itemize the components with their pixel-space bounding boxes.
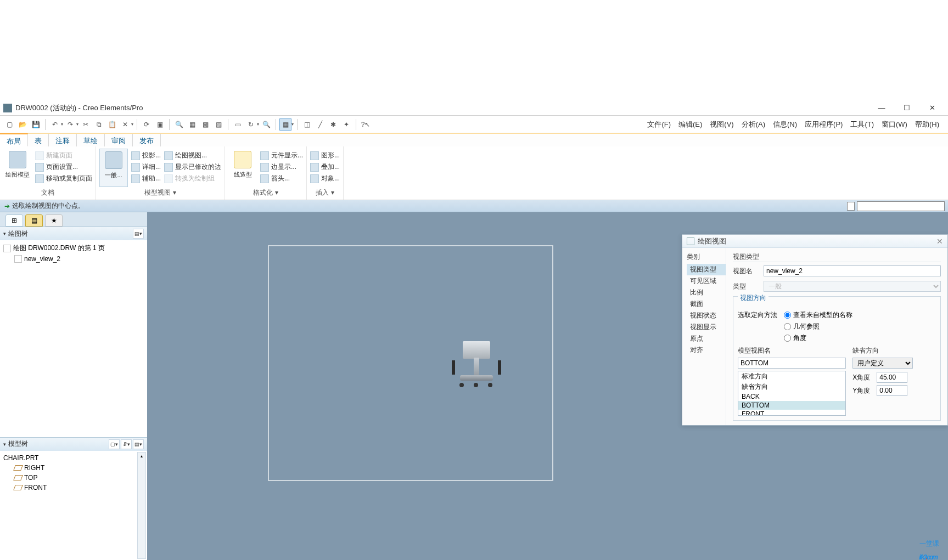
datum-point-icon[interactable]: ✱ [327,118,339,131]
arrow-button[interactable]: 箭头... [260,174,303,183]
tool-c-icon[interactable]: ▨ [212,118,225,131]
drawing-view-button[interactable]: 绘图视图... [164,151,221,160]
insert-overlay-button[interactable]: 叠加... [310,162,340,172]
drawing-model-button[interactable]: 绘图模型 [3,149,32,187]
xangle-label: X角度 [852,373,874,382]
edge-display-button[interactable]: 边显示... [260,162,303,172]
datum-right[interactable]: RIGHT [1,463,146,473]
redo-icon[interactable]: ↷ [64,118,76,131]
menu-app[interactable]: 应用程序(P) [805,120,843,129]
filter-dropdown[interactable] [857,201,945,211]
refresh-icon[interactable]: ↻ [245,118,257,131]
model-icon[interactable]: ▣ [154,118,166,131]
close-button[interactable]: ✕ [919,100,945,116]
save-icon[interactable]: 💾 [30,118,42,131]
copy-icon[interactable]: ⧉ [93,118,105,131]
modelviewname-input[interactable] [738,358,846,369]
component-display-button[interactable]: 元件显示... [260,151,303,160]
auxiliary-view-button[interactable]: 辅助... [131,174,161,183]
menu-info[interactable]: 信息(N) [773,120,797,129]
datum-front[interactable]: FRONT [1,483,146,493]
cat-viewdisp[interactable]: 视图显示 [687,321,726,333]
new-page-button[interactable]: 新建页面 [35,151,92,160]
orient-radio-angle[interactable]: 角度 [784,333,852,343]
menu-edit[interactable]: 编辑(E) [678,120,702,129]
list-item[interactable]: 缺省方向 [738,382,845,392]
tab-publish[interactable]: 发布 [133,134,161,146]
orient-radio-modelname[interactable]: 查看来自模型的名称 [784,310,852,320]
draw-tree-settings-button[interactable]: ▤▾ [133,229,144,239]
status-bar: ➔ 选取绘制视图的中心点。 [0,200,948,212]
select-icon[interactable]: ▭ [232,118,244,131]
cat-section[interactable]: 截面 [687,298,726,310]
menu-help[interactable]: 帮助(H) [915,120,939,129]
projection-view-button[interactable]: 投影... [131,151,161,160]
menu-tools[interactable]: 工具(T) [850,120,874,129]
minimize-button[interactable]: — [869,100,894,116]
draw-tree-view-item[interactable]: new_view_2 [1,254,146,264]
dialog-icon [687,237,694,245]
cat-align[interactable]: 对齐 [687,344,726,356]
orient-radio-geomref[interactable]: 几何参照 [784,322,852,331]
cut-icon[interactable]: ✂ [80,118,92,131]
model-tree-btn2[interactable]: ⇵▾ [121,439,132,449]
navigator-tab-3[interactable]: ★ [45,214,63,227]
zoom-icon[interactable]: 🔍 [260,118,272,131]
menu-analysis[interactable]: 分析(A) [742,120,765,129]
delete-icon[interactable]: ✕ [119,118,131,131]
tab-annotate[interactable]: 注释 [49,134,77,146]
model-tree-btn3[interactable]: ▤▾ [133,439,144,449]
find-icon[interactable]: 🔍 [173,118,185,131]
tool-a-icon[interactable]: ▦ [186,118,198,131]
open-icon[interactable]: 📂 [16,118,29,131]
navigator-tab-2[interactable]: ▤ [25,214,43,227]
general-view-button[interactable]: 一般... [99,149,128,187]
orientation-listbox[interactable]: 标准方向 缺省方向 BACK BOTTOM FRONT LEFT [738,371,846,416]
tab-layout[interactable]: 布局 [0,133,28,146]
cat-viewstate[interactable]: 视图状态 [687,310,726,321]
menu-file[interactable]: 文件(F) [647,120,671,129]
undo-icon[interactable]: ↶ [49,118,61,131]
display-style-icon[interactable]: ▦ [279,118,291,131]
move-copy-page-button[interactable]: 移动或复制页面 [35,174,92,183]
model-tree-btn1[interactable]: ▢▾ [109,439,120,449]
list-item[interactable]: BOTTOM [738,401,845,410]
cat-visarea[interactable]: 可见区域 [687,275,726,287]
insert-graphic-button[interactable]: 图形... [310,151,340,160]
convert-to-draft-button[interactable]: 转换为绘制组 [164,174,221,183]
datum-plane-icon[interactable]: ◫ [301,118,313,131]
model-tree-scrollbar[interactable]: ▴ [137,452,146,559]
help-pointer-icon[interactable]: ?↖ [360,118,372,131]
list-item[interactable]: BACK [738,392,845,401]
dialog-close-button[interactable]: ✕ [936,237,943,246]
cat-scale[interactable]: 比例 [687,287,726,298]
menu-window[interactable]: 窗口(W) [882,120,907,129]
viewname-input[interactable] [764,265,941,276]
page-setup-button[interactable]: 页面设置... [35,162,92,172]
navigator-tab-1[interactable]: ⊞ [5,214,23,227]
cat-viewtype[interactable]: 视图类型 [687,264,726,275]
show-modified-edges-button[interactable]: 显示已修改的边 [164,162,221,172]
list-item[interactable]: FRONT [738,410,845,416]
datum-csys-icon[interactable]: ✦ [340,118,352,131]
tab-review[interactable]: 审阅 [105,134,133,146]
menu-view[interactable]: 视图(V) [710,120,733,129]
tab-table[interactable]: 表 [28,134,49,146]
drawing-canvas[interactable]: 绘图视图 ✕ 类别 视图类型 可见区域 比例 截面 视图状态 视图显示 原点 对… [147,212,948,560]
line-style-button[interactable]: 线造型 [228,149,257,187]
insert-object-button[interactable]: 对象... [310,174,340,183]
maximize-button[interactable]: ☐ [894,100,919,116]
tab-sketch[interactable]: 草绘 [77,134,105,146]
datum-top[interactable]: TOP [1,473,146,483]
draw-tree-page-item[interactable]: 绘图 DRW0002.DRW 的第 1 页 [1,242,146,254]
new-icon[interactable]: ▢ [3,118,15,131]
model-tree-part[interactable]: CHAIR.PRT [1,453,146,463]
detail-view-button[interactable]: 详细... [131,162,161,172]
tool-b-icon[interactable]: ▩ [199,118,211,131]
list-item[interactable]: 标准方向 [738,371,845,382]
cat-origin[interactable]: 原点 [687,333,726,344]
regen-icon[interactable]: ⟳ [141,118,153,131]
datum-axis-icon[interactable]: ╱ [314,118,326,131]
paste-icon[interactable]: 📋 [106,118,118,131]
defdir-select[interactable]: 用户定义 [852,358,913,369]
